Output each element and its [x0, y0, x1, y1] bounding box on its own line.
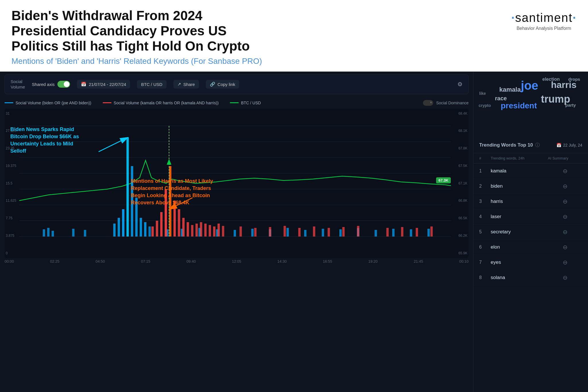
ai-summary-icon[interactable]: ⊖ [548, 198, 582, 205]
trending-row[interactable]: 2 biden ⊖ [473, 179, 588, 194]
legend-label-2: Social Volume (kamala OR harris OR (kama… [114, 101, 219, 105]
share-label: Share [183, 82, 195, 87]
info-icon: ⓘ [535, 142, 540, 148]
svg-rect-37 [428, 229, 430, 237]
social-dominance-toggle[interactable] [423, 100, 433, 106]
svg-rect-57 [254, 228, 256, 237]
header-text: Biden's Withdrawal From 2024 Presidentia… [11, 8, 270, 66]
legend-item-1: Social Volume (biden OR (joe AND biden)) [5, 101, 91, 105]
copy-link-button[interactable]: 🔗 Copy link [206, 80, 239, 89]
date-range-picker[interactable]: 📅 21/07/24 - 22/07/24 [77, 80, 130, 89]
x-label-4: 09:40 [186, 259, 196, 264]
row-num: 4 [479, 214, 491, 219]
svg-line-76 [169, 198, 193, 209]
ai-summary-icon[interactable]: ⊖ [548, 168, 582, 174]
svg-rect-53 [218, 224, 220, 237]
word-kamala: kamala [499, 86, 521, 93]
trending-row[interactable]: 6 elon ⊖ [473, 240, 588, 255]
word-cloud: kamala joe election drops harris like ra… [473, 72, 588, 138]
legend-item-3: BTC / USD [230, 101, 261, 105]
currency-selector[interactable]: BTC / USD [137, 80, 166, 89]
row-word: elon [491, 244, 548, 250]
chart-area: Biden News Sparks Rapid Bitcoin Drop Bel… [5, 109, 469, 258]
share-button[interactable]: ↗ Share [173, 80, 199, 89]
svg-rect-47 [191, 225, 193, 237]
svg-marker-77 [167, 159, 171, 165]
ai-summary-icon[interactable]: ⊖ [548, 183, 582, 190]
svg-rect-46 [187, 222, 189, 237]
svg-rect-41 [165, 189, 167, 237]
row-num: 7 [479, 260, 491, 265]
svg-rect-49 [200, 222, 202, 237]
settings-icon: ⚙ [457, 81, 463, 87]
svg-rect-27 [251, 229, 254, 237]
ai-summary-icon[interactable]: ⊖ [548, 244, 582, 251]
trending-row[interactable]: 8 solana ⊖ [473, 270, 588, 285]
social-dominance-toggle-area[interactable]: Social Dominance [423, 100, 469, 106]
trending-row[interactable]: 5 secretary ⊖ [473, 224, 588, 240]
svg-rect-59 [284, 226, 286, 237]
row-word: laser [491, 214, 548, 220]
right-panel: kamala joe election drops harris like ra… [473, 72, 588, 392]
svg-rect-39 [156, 221, 158, 237]
svg-rect-40 [160, 212, 163, 237]
svg-rect-31 [322, 229, 324, 237]
shared-axis-toggle[interactable] [57, 81, 70, 88]
trending-table-header: # Trending words, 24h AI Summary [473, 153, 588, 164]
main-content: SocialVolume Shared axis 📅 21/07/24 - 22… [0, 72, 588, 392]
ai-summary-icon[interactable]: ⊖ [548, 228, 582, 235]
row-word: biden [491, 183, 548, 189]
ai-summary-icon[interactable]: ⊖ [548, 213, 582, 220]
toolbar: SocialVolume Shared axis 📅 21/07/24 - 22… [5, 74, 469, 94]
x-label-7: 16:55 [323, 259, 332, 264]
svg-rect-42 [169, 166, 171, 237]
ai-summary-icon[interactable]: ⊖ [548, 259, 582, 266]
settings-button[interactable]: ⚙ [457, 81, 463, 88]
trending-row[interactable]: 4 laser ⊖ [473, 209, 588, 224]
legend-line-1 [5, 102, 13, 103]
trending-title: Trending Words Top 10 [479, 142, 533, 148]
svg-rect-68 [386, 228, 389, 237]
word-joe: joe [521, 79, 538, 93]
svg-rect-70 [416, 228, 418, 237]
calendar-icon-trending: 📅 [556, 143, 561, 147]
svg-rect-63 [342, 227, 345, 237]
svg-rect-10 [52, 231, 54, 237]
trending-row[interactable]: 3 harris ⊖ [473, 194, 588, 209]
word-party: party [565, 103, 576, 107]
row-num: 3 [479, 199, 491, 204]
legend-label-1: Social Volume (biden OR (joe AND biden)) [16, 101, 91, 105]
row-word: kamala [491, 168, 548, 174]
chart-legend: Social Volume (biden OR (joe AND biden))… [0, 97, 473, 109]
col-hash: # [479, 156, 491, 160]
svg-rect-29 [287, 228, 289, 237]
copy-link-label: Copy link [218, 82, 235, 87]
shared-axis-control[interactable]: Shared axis [32, 81, 70, 88]
row-word: solana [491, 275, 548, 280]
x-axis: 00:00 02:25 04:50 07:15 09:40 12:05 14:3… [0, 258, 473, 265]
header: Biden's Withdrawal From 2024 Presidentia… [0, 0, 588, 72]
main-title: Biden's Withdrawal From 2024 Presidentia… [11, 8, 270, 54]
svg-rect-20 [144, 222, 146, 237]
trending-table-body: 1 kamala ⊖ 2 biden ⊖ 3 harris ⊖ 4 laser … [473, 164, 588, 285]
trending-date: 📅 22 July, 24 [556, 143, 582, 147]
trending-row[interactable]: 1 kamala ⊖ [473, 164, 588, 179]
svg-rect-54 [222, 226, 224, 237]
svg-rect-60 [298, 228, 301, 237]
svg-rect-34 [375, 230, 377, 237]
shared-axis-label: Shared axis [32, 82, 55, 87]
x-label-0: 00:00 [5, 259, 14, 264]
trending-row[interactable]: 7 eyes ⊖ [473, 255, 588, 270]
ai-summary-icon[interactable]: ⊖ [548, 274, 582, 281]
calendar-icon: 📅 [81, 82, 86, 87]
svg-rect-19 [140, 218, 142, 237]
word-like: like [479, 91, 486, 96]
svg-rect-26 [234, 230, 236, 237]
date-range-value: 21/07/24 - 22/07/24 [89, 82, 126, 87]
x-label-9: 21:45 [414, 259, 423, 264]
santiment-logo: ·santiment· Behavior Analysis Platform [511, 8, 577, 31]
legend-label-3: BTC / USD [241, 101, 261, 105]
logo-dot-left: · [511, 11, 515, 24]
row-num: 8 [479, 275, 491, 280]
row-num: 2 [479, 184, 491, 189]
